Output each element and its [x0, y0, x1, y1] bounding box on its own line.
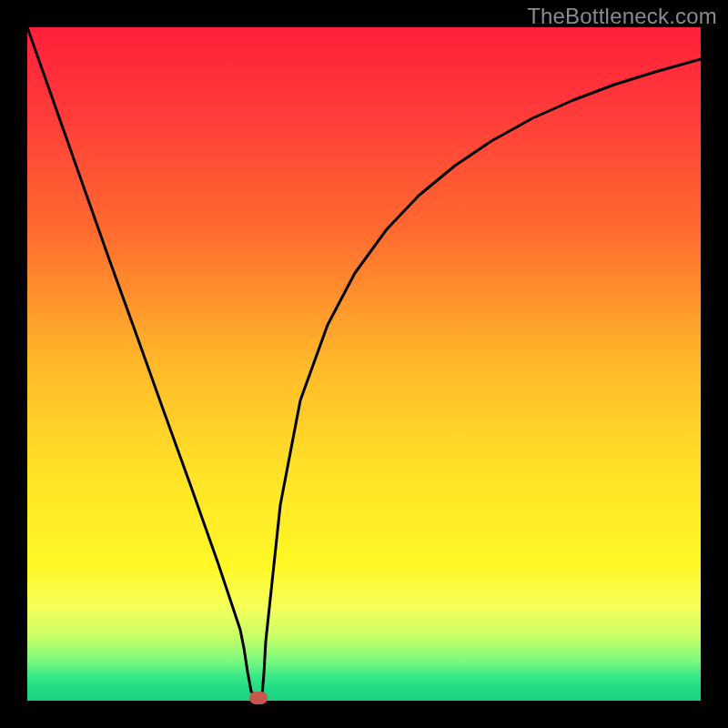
plot-area	[27, 27, 701, 701]
watermark-label: TheBottleneck.com	[527, 4, 717, 29]
optimal-point-marker	[249, 692, 268, 704]
gradient-background	[27, 27, 701, 701]
chart-frame: TheBottleneck.com	[0, 0, 728, 728]
chart-svg	[27, 27, 701, 701]
